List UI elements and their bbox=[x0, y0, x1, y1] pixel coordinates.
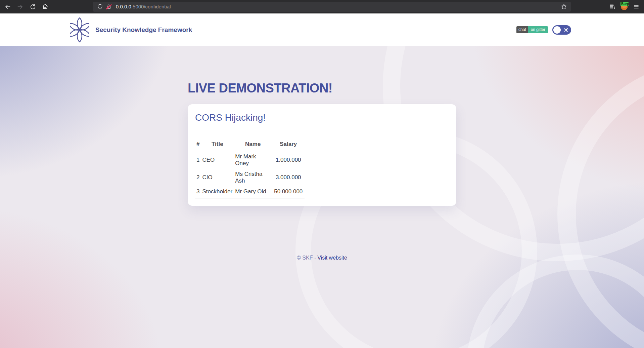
cell-number: 3 bbox=[195, 186, 201, 198]
home-icon bbox=[42, 3, 48, 10]
back-button[interactable] bbox=[3, 2, 13, 12]
cell-number: 2 bbox=[195, 169, 201, 186]
card-body: # Title Name Salary 1 CEO Mr Mark Oney 1… bbox=[188, 130, 456, 206]
url-bar[interactable]: 0.0.0.0:5000/confidential bbox=[93, 2, 571, 12]
toggle-knob bbox=[553, 26, 561, 34]
back-arrow-icon bbox=[4, 3, 11, 10]
toolbar-right-buttons: Burp bbox=[607, 2, 641, 12]
library-icon bbox=[609, 4, 615, 10]
card-title: CORS Hijacking! bbox=[188, 104, 456, 130]
column-header-title: Title bbox=[201, 140, 234, 151]
reload-icon bbox=[30, 4, 36, 10]
cors-card: CORS Hijacking! # Title Name Salary 1 bbox=[188, 104, 456, 206]
cell-salary: 1.000.000 bbox=[272, 151, 305, 169]
sun-icon bbox=[563, 27, 569, 34]
table-row: 3 Stockholder Mr Gary Old 50.000.000 bbox=[195, 186, 305, 198]
hamburger-icon bbox=[633, 4, 639, 10]
cell-title: CEO bbox=[201, 151, 234, 169]
cell-name: Mr Mark Oney bbox=[234, 151, 272, 169]
forward-button[interactable] bbox=[15, 2, 25, 12]
cell-number: 1 bbox=[195, 151, 201, 169]
extension-badge: Burp bbox=[620, 2, 629, 6]
column-header-salary: Salary bbox=[272, 140, 305, 151]
reload-button[interactable] bbox=[28, 2, 38, 12]
site-title: Security Knowledge Framework bbox=[95, 26, 192, 34]
insecure-lock-icon[interactable] bbox=[104, 2, 113, 11]
header-right: chat on gitter bbox=[516, 25, 571, 35]
library-button[interactable] bbox=[607, 2, 617, 12]
tracking-shield-icon[interactable] bbox=[96, 2, 104, 11]
chat-badge-label: chat bbox=[516, 26, 528, 33]
cell-name: Ms Cristha Ash bbox=[234, 169, 272, 186]
table-header-row: # Title Name Salary bbox=[195, 140, 305, 151]
skf-logo-link[interactable]: Security Knowledge Framework bbox=[70, 16, 192, 44]
theme-toggle[interactable] bbox=[552, 25, 571, 35]
column-header-number: # bbox=[195, 140, 201, 151]
page-title: LIVE DEMONSTRATION! bbox=[188, 46, 456, 95]
flower-logo-icon bbox=[70, 16, 89, 44]
table-row: 2 CIO Ms Cristha Ash 3.000.000 bbox=[195, 169, 305, 186]
bookmark-star-button[interactable] bbox=[559, 2, 568, 11]
cell-title: CIO bbox=[201, 169, 234, 186]
site-header: Security Knowledge Framework chat on git… bbox=[0, 13, 644, 46]
cell-salary: 50.000.000 bbox=[272, 186, 305, 198]
proxy-extension-button[interactable]: Burp bbox=[619, 2, 629, 12]
page-background: LIVE DEMONSTRATION! CORS Hijacking! # Ti… bbox=[0, 46, 644, 348]
cell-salary: 3.000.000 bbox=[272, 169, 305, 186]
url-path: :5000/confidential bbox=[131, 4, 171, 9]
gitter-chat-badge[interactable]: chat on gitter bbox=[516, 26, 548, 33]
url-text[interactable]: 0.0.0.0:5000/confidential bbox=[116, 4, 559, 9]
cell-name: Mr Gary Old bbox=[234, 186, 272, 198]
cell-title: Stockholder bbox=[201, 186, 234, 198]
table-row: 1 CEO Mr Mark Oney 1.000.000 bbox=[195, 151, 305, 169]
browser-toolbar: 0.0.0.0:5000/confidential Burp bbox=[0, 0, 644, 13]
home-button[interactable] bbox=[40, 2, 50, 12]
column-header-name: Name bbox=[234, 140, 272, 151]
menu-button[interactable] bbox=[631, 2, 641, 12]
salary-table: # Title Name Salary 1 CEO Mr Mark Oney 1… bbox=[195, 140, 305, 198]
forward-arrow-icon bbox=[17, 3, 24, 10]
gitter-badge-label: on gitter bbox=[528, 26, 548, 33]
url-host: 0.0.0.0 bbox=[116, 4, 131, 9]
